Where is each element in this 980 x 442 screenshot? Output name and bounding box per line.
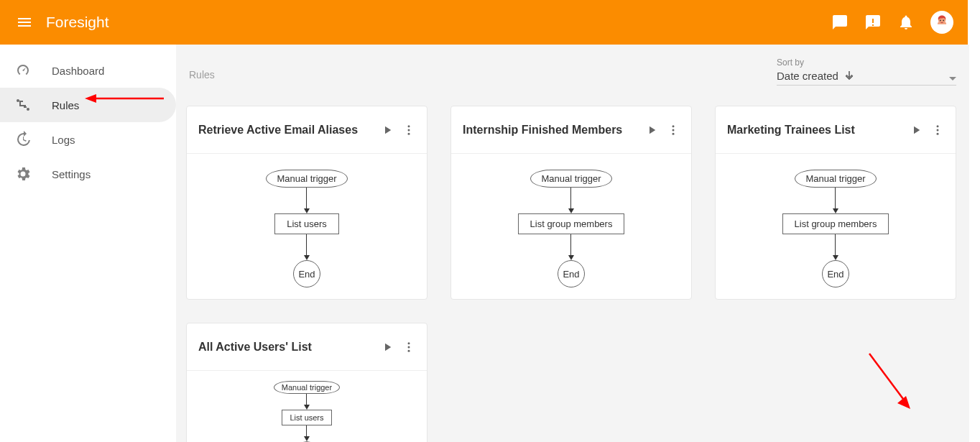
sidebar-item-label: Logs [52, 134, 75, 146]
bell-icon[interactable] [897, 14, 915, 31]
sidebar-item-label: Dashboard [52, 65, 104, 77]
action-node: List group members [782, 213, 889, 234]
rule-card[interactable]: Internship Finished Members Manual trigg… [450, 106, 692, 300]
app-header: Foresight [0, 0, 968, 45]
rule-title: All Active Users' List [198, 341, 376, 354]
sort-value: Date created [777, 70, 838, 82]
rule-title: Internship Finished Members [463, 124, 641, 137]
avatar-image [932, 12, 952, 32]
flow-icon [14, 96, 32, 114]
gauge-icon [14, 62, 32, 79]
play-icon [645, 124, 658, 137]
svg-point-16 [408, 342, 410, 344]
rule-card[interactable]: Marketing Trainees List Manual trigger L… [715, 106, 956, 300]
more-vert-icon [667, 124, 680, 137]
svg-point-17 [408, 346, 410, 348]
more-button[interactable] [662, 119, 684, 141]
sidebar-item-settings[interactable]: Settings [0, 157, 176, 191]
rule-flowchart: Manual trigger List group members End [782, 170, 889, 287]
svg-point-12 [672, 132, 675, 134]
main-content: Rules Sort by Date created Retrieve Acti… [176, 45, 969, 442]
svg-point-18 [408, 349, 410, 351]
trigger-node: Manual trigger [530, 170, 611, 188]
rule-flowchart: Manual trigger List group members End [518, 170, 625, 287]
announcement-icon[interactable] [864, 14, 882, 31]
rule-flowchart: Manual trigger List users End [274, 381, 340, 442]
chat-icon[interactable] [831, 14, 849, 31]
svg-point-15 [937, 132, 939, 134]
sidebar-item-dashboard[interactable]: Dashboard [0, 53, 176, 88]
more-button[interactable] [398, 119, 420, 141]
svg-point-2 [943, 20, 944, 22]
sidebar-item-rules[interactable]: Rules [0, 88, 176, 122]
end-node: End [293, 260, 320, 287]
sort-control[interactable]: Sort by Date created [777, 57, 956, 86]
svg-point-14 [937, 129, 939, 131]
action-node: List users [282, 410, 331, 425]
svg-point-1 [940, 20, 941, 22]
page-title: Rules [186, 57, 215, 80]
svg-point-11 [672, 129, 675, 131]
dropdown-caret-icon[interactable] [949, 77, 956, 80]
action-node: List group members [518, 213, 625, 234]
trigger-node: Manual trigger [266, 170, 347, 188]
svg-point-13 [937, 125, 939, 127]
gear-icon [14, 165, 32, 183]
play-icon [381, 124, 394, 137]
sidebar-item-logs[interactable]: Logs [0, 122, 176, 157]
end-node: End [558, 260, 585, 287]
rule-title: Marketing Trainees List [727, 124, 905, 137]
play-icon [381, 341, 394, 354]
more-button[interactable] [398, 336, 420, 358]
svg-point-7 [408, 125, 410, 127]
history-icon [14, 131, 32, 148]
avatar[interactable] [930, 11, 953, 34]
rule-flowchart: Manual trigger List users End [266, 170, 347, 287]
svg-point-3 [17, 99, 19, 102]
more-vert-icon [402, 124, 415, 137]
svg-point-10 [672, 125, 675, 127]
sidebar: Dashboard Rules Logs Settings © 2022 xFa… [0, 45, 176, 442]
run-button[interactable] [376, 336, 398, 358]
run-button[interactable] [905, 119, 927, 141]
run-button[interactable] [641, 119, 662, 141]
rule-card[interactable]: All Active Users' List Manual trigger Li… [186, 323, 427, 442]
sidebar-item-label: Settings [52, 168, 91, 180]
sort-label: Sort by [777, 57, 956, 68]
rule-card[interactable]: Retrieve Active Email Aliases Manual tri… [186, 106, 427, 300]
rule-title: Retrieve Active Email Aliases [198, 124, 376, 137]
more-button[interactable] [927, 119, 948, 141]
arrow-down-icon[interactable] [843, 69, 856, 82]
svg-point-4 [27, 108, 29, 111]
brand-title: Foresight [46, 14, 109, 31]
run-button[interactable] [376, 119, 398, 141]
menu-button[interactable] [10, 8, 39, 37]
trigger-node: Manual trigger [274, 381, 340, 394]
svg-point-9 [408, 132, 410, 134]
sidebar-item-label: Rules [52, 99, 79, 111]
more-vert-icon [402, 341, 415, 354]
action-node: List users [274, 213, 339, 234]
end-node: End [822, 260, 849, 287]
trigger-node: Manual trigger [795, 170, 876, 188]
hamburger-icon [16, 14, 33, 31]
more-vert-icon [931, 124, 944, 137]
play-icon [910, 124, 923, 137]
svg-point-8 [408, 129, 410, 131]
